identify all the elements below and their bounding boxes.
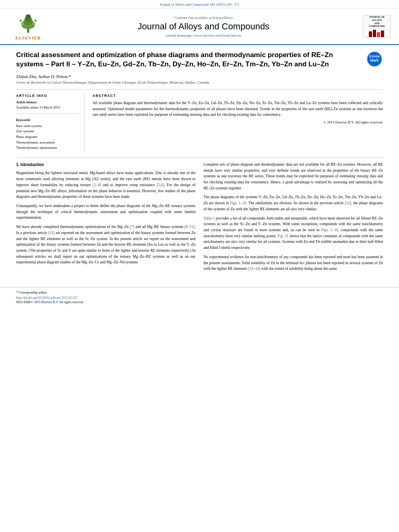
keywords-list: Rare earth systems Zinc systems Phase di… — [16, 123, 78, 151]
journal-title: Journal of Alloys and Compounds — [52, 21, 355, 32]
article-info-column: ARTICLE INFO Article history: Available … — [16, 94, 84, 151]
available-online: Available online 23 March 2015 — [16, 105, 78, 109]
ref-1-4[interactable]: [1–4] — [93, 183, 101, 187]
keyword-3: Phase diagrams — [16, 134, 78, 140]
logo-box-bars — [369, 30, 385, 37]
journal-citation: Journal of Alloys and Compounds 641 (201… — [160, 2, 240, 6]
right-para-1: Complete sets of phase diagram and therm… — [204, 162, 383, 191]
page: Journal of Alloys and Compounds 641 (201… — [0, 0, 399, 532]
sciencedirect-link[interactable]: ScienceDirect — [212, 16, 232, 20]
ref-7[interactable]: [7] — [130, 225, 134, 229]
divider-after-affiliation — [16, 89, 383, 90]
section-1-heading-text: 1. Introduction — [16, 162, 44, 167]
svg-text:Mark: Mark — [370, 58, 379, 62]
elsevier-text: ELSEVIER — [15, 35, 41, 40]
info-abstract-row: ARTICLE INFO Article history: Available … — [16, 94, 383, 151]
divider-keywords — [16, 113, 78, 114]
ref-12b[interactable]: [12] — [345, 201, 351, 205]
svg-text:Cross: Cross — [369, 54, 380, 58]
issn: 0925-8388/© 2015 Elsevier B.V. All right… — [16, 300, 383, 304]
section-1-heading: 1. Introduction — [16, 162, 195, 168]
divider-body — [16, 157, 383, 158]
journal-logo-box: JOURNAL OFALLOYSANDCOMPOUNDS — [363, 15, 391, 37]
abstract-column: ABSTRACT All available phase diagram and… — [93, 94, 383, 151]
ref-fig-11[interactable]: Fig. 11 — [278, 234, 288, 238]
article-title: Critical assessment and optimization of … — [16, 51, 366, 69]
keyword-5: Thermodynamic optimization — [16, 145, 78, 151]
ref-12[interactable]: [12] — [48, 231, 55, 235]
svg-point-4 — [26, 14, 31, 19]
journal-header-center: Contents lists available at ScienceDirec… — [52, 16, 355, 37]
corresponding-author-note: * Corresponding author. — [16, 291, 383, 294]
ref-figs-1-10b[interactable]: Figs. 1–10 — [321, 228, 338, 232]
svg-rect-12 — [381, 31, 384, 37]
intro-para-3: We have already completed thermodynamic … — [16, 224, 195, 265]
page-footer: * Corresponding author. http://dx.doi.or… — [0, 287, 399, 304]
main-content: Critical assessment and optimization of … — [0, 45, 399, 283]
sciencedirect-line: Contents lists available at ScienceDirec… — [52, 16, 355, 20]
svg-rect-10 — [373, 30, 376, 37]
svg-point-7 — [20, 19, 22, 22]
contents-label: Contents lists available at — [175, 16, 212, 20]
ref-8-11[interactable]: [8–11] — [185, 225, 195, 229]
ref-13-16[interactable]: [13–16] — [248, 267, 260, 271]
ref-5-6[interactable]: [5,6] — [157, 183, 164, 187]
right-para-4: No experimental evidence for non-stoichi… — [204, 254, 383, 272]
intro-para-2: Consequently, we have undertaken a proje… — [16, 203, 195, 221]
right-para-3: Table 1 provides a list of all compounds… — [204, 216, 383, 251]
affiliation: Centre de Recherche en Calcul Thermochim… — [16, 80, 383, 84]
journal-homepage: journal homepage: www.elsevier.com/locat… — [52, 33, 355, 37]
article-info-label: ARTICLE INFO — [16, 94, 78, 98]
body-left-col: 1. Introduction Magnesium being the ligh… — [16, 162, 195, 275]
svg-rect-9 — [369, 31, 372, 37]
svg-point-6 — [32, 22, 35, 25]
article-history-label: Article history: — [16, 100, 78, 104]
copyright: © 2015 Elsevier B.V. All rights reserved… — [93, 120, 383, 124]
keyword-4: Thermodynamic assessment — [16, 140, 78, 146]
doi-link[interactable]: http://dx.doi.org/10.1016/j.jallcom.2015… — [16, 296, 383, 300]
authors: Zhijun Zhu, Arthur D. Pelton * — [16, 74, 383, 79]
keyword-1: Rare earth systems — [16, 123, 78, 129]
authors-text: Zhijun Zhu, Arthur D. Pelton * — [16, 74, 71, 79]
crossmark-icon: Cross Mark — [366, 51, 383, 68]
keywords-label: Keywords: — [16, 118, 78, 122]
svg-point-8 — [35, 19, 37, 22]
elsevier-logo-area: ELSEVIER — [8, 12, 48, 40]
journal-header: ELSEVIER Contents lists available at Sci… — [0, 8, 399, 45]
body-two-column: 1. Introduction Magnesium being the ligh… — [16, 162, 383, 275]
article-title-section: Critical assessment and optimization of … — [16, 51, 383, 69]
keyword-2: Zinc systems — [16, 129, 78, 134]
logo-bars-icon — [369, 30, 385, 37]
logo-box-title: JOURNAL OFALLOYSANDCOMPOUNDS — [369, 16, 385, 28]
journal-citation-bar: Journal of Alloys and Compounds 641 (201… — [0, 0, 399, 8]
table-1-ref[interactable]: Table 1 — [204, 216, 215, 220]
crossmark-logo: Cross Mark — [366, 51, 383, 68]
svg-point-5 — [21, 22, 24, 25]
ref-figs-1-10[interactable]: Figs. 1–10 — [230, 201, 247, 205]
intro-para-1: Magnesium being the lightest structural … — [16, 170, 195, 200]
abstract-label: ABSTRACT — [93, 94, 383, 98]
svg-rect-11 — [377, 32, 380, 37]
body-right-col: Complete sets of phase diagram and therm… — [204, 162, 383, 275]
right-para-2: The phase diagrams of the systems Y–Zn, … — [204, 194, 383, 212]
elsevier-logo: ELSEVIER — [8, 12, 48, 40]
elsevier-tree-icon — [14, 12, 42, 35]
abstract-text: All available phase diagram and thermody… — [93, 100, 383, 118]
journal-logo-right: JOURNAL OFALLOYSANDCOMPOUNDS — [359, 15, 391, 37]
